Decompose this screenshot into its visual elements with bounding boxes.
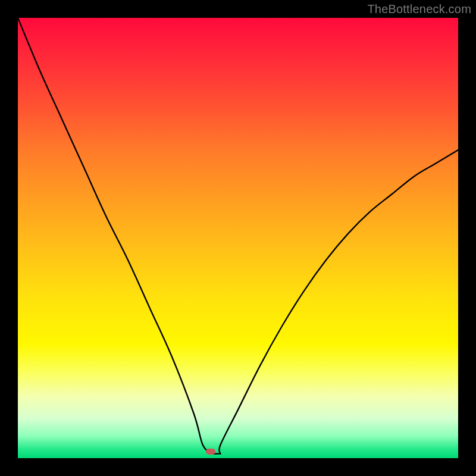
chart-frame: TheBottleneck.com [0, 0, 476, 476]
plot-area [18, 18, 458, 458]
curve-path [18, 18, 458, 454]
watermark-text: TheBottleneck.com [367, 2, 471, 16]
optimal-marker [206, 449, 215, 455]
bottleneck-curve [18, 18, 458, 458]
